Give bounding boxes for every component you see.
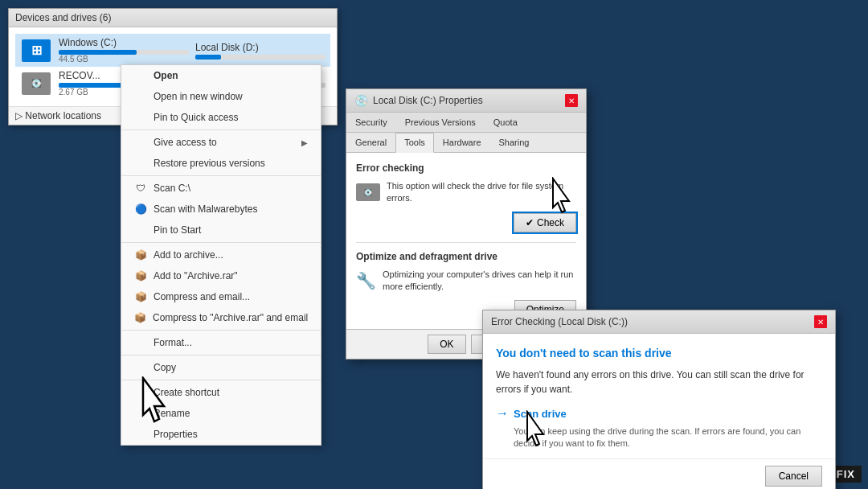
error-headline: You don't need to scan this drive [496,347,822,360]
menu-item-open[interactable]: Open [121,65,321,86]
error-body: We haven't found any errors on this driv… [496,368,822,397]
properties-icon [134,428,147,441]
menu-label-restore-prev: Restore previous versions [154,158,265,169]
copy-icon [134,361,147,374]
open-icon [134,69,147,82]
scan-sub-text: You can keep using the drive during the … [514,425,822,450]
menu-label-open-new-window: Open in new window [154,91,243,102]
open-new-window-icon [134,90,147,103]
menu-item-compress-email[interactable]: 📦 Compress and email... [121,286,321,307]
menu-label-compress-email: Compress and email... [154,291,250,302]
optimize-row: 🔧 Optimizing your computer's drives can … [356,269,576,294]
properties-content: Error checking 💽 This option will check … [346,153,586,329]
separator-4 [121,330,321,331]
menu-label-create-shortcut: Create shortcut [154,387,219,398]
scan-drive-link[interactable]: → Scan drive [496,406,822,421]
error-checking-dialog: Error Checking (Local Disk (C:)) ✕ You d… [482,310,836,489]
add-archive-rar-icon: 📦 [134,269,147,282]
separator-3 [121,242,321,243]
menu-item-add-archive[interactable]: 📦 Add to archive... [121,244,321,265]
error-check-row: 💽 This option will check the drive for f… [356,180,576,205]
optimize-desc: Optimizing your computer's drives can he… [383,269,576,294]
menu-item-pin-start[interactable]: Pin to Start [121,220,321,240]
pin-quick-icon [134,111,147,124]
tab-sharing[interactable]: Sharing [490,133,538,152]
menu-item-open-new-window[interactable]: Open in new window [121,86,321,107]
menu-item-rename[interactable]: Rename [121,403,321,424]
menu-item-give-access[interactable]: Give access to ▶ [121,132,321,153]
properties-title-text: Local Disk (C:) Properties [373,95,483,106]
properties-titlebar: 💿 Local Disk (C:) Properties ✕ [346,89,586,113]
menu-label-give-access: Give access to [154,137,217,148]
tab-tools[interactable]: Tools [395,133,434,153]
menu-item-create-shortcut[interactable]: Create shortcut [121,382,321,403]
menu-label-scan-malware: Scan with Malwarebytes [154,203,257,215]
check-button-label: Check [537,217,564,228]
menu-label-add-archive-rar: Add to "Archive.rar" [154,270,238,281]
error-dialog-content: You don't need to scan this drive We hav… [483,334,835,458]
scan-drive-label: Scan drive [514,408,567,420]
drive-name-c: Windows (C:) [59,37,189,48]
explorer-titlebar: Devices and drives (6) [9,9,337,27]
error-dialog-footer: Cancel [483,458,835,489]
menu-label-pin-quick: Pin to Quick access [154,112,238,123]
menu-item-pin-quick[interactable]: Pin to Quick access [121,107,321,128]
drive-icon-windows: ⊞ [20,38,52,64]
menu-label-pin-start: Pin to Start [154,224,201,236]
drive-icon-recovery: 💽 [20,71,52,97]
scan-malware-icon: 🔵 [134,203,147,216]
tab-quota[interactable]: Quota [485,113,526,132]
menu-label-format: Format... [154,337,192,348]
check-btn-row: ✔ Check [356,213,576,232]
menu-item-properties[interactable]: Properties [121,424,321,445]
watermark-suffix: FIX [837,468,855,480]
check-button[interactable]: ✔ Check [514,213,576,232]
rename-icon [134,407,147,420]
drive-windows-c[interactable]: ⊞ Windows (C:) 44.5 GB Local Disk (D:) [15,34,330,67]
scan-drive-arrow-icon: → [496,406,509,421]
error-dialog-close-button[interactable]: ✕ [814,315,827,328]
menu-label-compress-rar-email: Compress to "Archive.rar" and email [153,312,308,323]
menu-item-restore-prev[interactable]: Restore previous versions [121,153,321,174]
menu-label-add-archive: Add to archive... [154,249,223,261]
create-shortcut-icon [134,386,147,399]
give-access-arrow: ▶ [301,138,308,147]
give-access-icon [134,136,147,149]
ok-button[interactable]: OK [428,335,465,354]
menu-item-format[interactable]: Format... [121,332,321,353]
compress-email-icon: 📦 [134,290,147,303]
drive-name-d: Local Disk (D:) [195,42,326,53]
properties-tabs-2: General Tools Hardware Sharing [346,133,586,153]
error-check-desc: This option will check the drive for fil… [387,180,576,205]
compress-rar-email-icon: 📦 [134,311,146,324]
menu-item-scan-malware[interactable]: 🔵 Scan with Malwarebytes [121,199,321,220]
error-dialog-title-text: Error Checking (Local Disk (C:)) [491,316,628,327]
pin-start-icon [134,224,147,236]
menu-item-add-archive-rar[interactable]: 📦 Add to "Archive.rar" [121,265,321,286]
optimize-title: Optimize and defragment drive [356,251,576,262]
properties-tabs: Security Previous Versions Quota [346,113,586,133]
menu-item-copy[interactable]: Copy [121,357,321,378]
error-cancel-button[interactable]: Cancel [765,466,822,487]
restore-prev-icon [134,157,147,170]
menu-label-scan-c: Scan C:\ [154,183,190,194]
separator-2 [121,175,321,176]
tab-general[interactable]: General [346,133,395,152]
divider [356,242,576,243]
format-icon [134,336,147,349]
menu-item-scan-c[interactable]: 🛡 Scan C:\ [121,178,321,199]
tab-previous-versions[interactable]: Previous Versions [396,113,485,132]
drive-bar-d [195,55,326,60]
scan-c-icon: 🛡 [134,182,147,195]
properties-close-button[interactable]: ✕ [565,94,578,107]
menu-label-properties: Properties [154,429,198,440]
drive-bar-fill-d [195,55,221,60]
tab-security[interactable]: Security [346,113,396,132]
menu-item-compress-rar-email[interactable]: 📦 Compress to "Archive.rar" and email [121,307,321,328]
menu-label-copy: Copy [154,362,176,373]
separator-5 [121,355,321,355]
add-archive-icon: 📦 [134,249,147,261]
error-dialog-titlebar: Error Checking (Local Disk (C:)) ✕ [483,310,835,334]
tab-hardware[interactable]: Hardware [434,133,490,152]
separator-1 [121,129,321,130]
